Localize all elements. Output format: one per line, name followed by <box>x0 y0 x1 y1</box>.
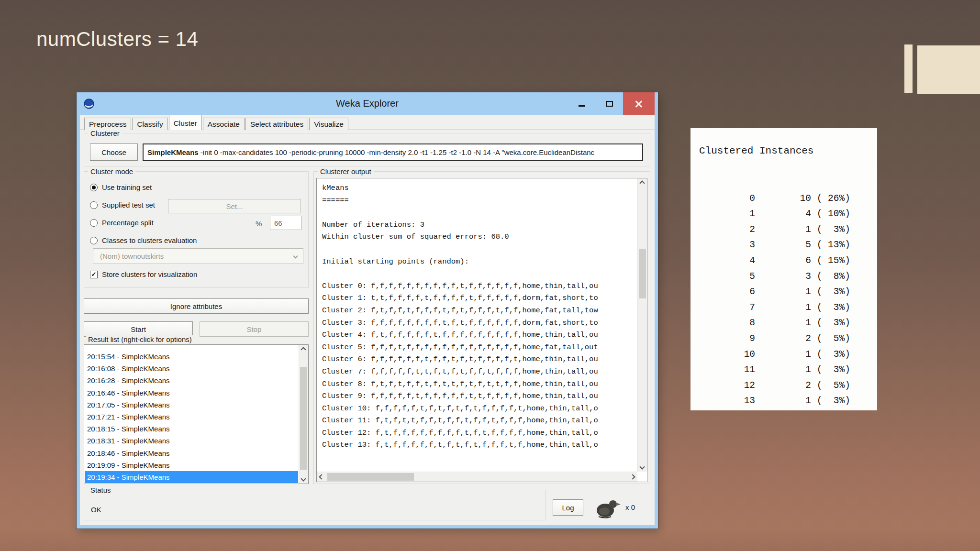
scroll-down-button[interactable] <box>637 462 647 472</box>
result-list-item[interactable]: 20:16:46 - SimpleKMeans <box>85 387 298 399</box>
cluster-tab-content: Clusterer Choose SimpleKMeans -init 0 -m… <box>80 130 655 525</box>
maximize-icon <box>606 101 613 107</box>
clusterer-options: -init 0 -max-candidates 100 -periodic-pr… <box>199 148 594 156</box>
percentage-split-option[interactable]: Percentage split <box>90 219 154 227</box>
result-list-item[interactable]: 20:18:46 - SimpleKMeans <box>85 447 298 459</box>
cluster-id: 2 <box>744 222 755 238</box>
tab[interactable]: Select attributes <box>245 118 308 130</box>
radio-icon <box>90 219 98 227</box>
cluster-count: 1 <box>755 347 811 363</box>
scrollbar-thumb[interactable] <box>639 249 646 298</box>
output-line: Cluster 5: f,f,f,t,f,f,f,f,f,f,f,f,f,f,f… <box>322 342 636 354</box>
tab[interactable]: Cluster <box>169 115 202 130</box>
scroll-up-button[interactable] <box>299 345 308 354</box>
scroll-up-icon <box>301 347 306 352</box>
output-line: Cluster 11: f,t,f,t,t,f,f,t,f,f,t,f,f,t,… <box>322 415 636 427</box>
cluster-id: 8 <box>744 315 755 331</box>
cluster-id: 1 <box>744 206 755 222</box>
class-attribute-dropdown[interactable]: (Nom) townoutskirts <box>93 248 303 264</box>
output-line: ====== <box>322 195 636 207</box>
tab[interactable]: Associate <box>203 118 245 130</box>
status-value: OK <box>91 506 101 514</box>
cluster-percent: ( 15%) <box>817 253 850 269</box>
cluster-id: 9 <box>744 331 755 347</box>
output-line: Cluster 10: f,f,f,f,f,t,f,t,f,t,f,t,f,f,… <box>322 403 636 415</box>
cluster-id: 5 <box>744 269 755 285</box>
start-button[interactable]: Start <box>84 321 193 337</box>
output-line: Cluster 12: f,t,f,f,f,f,f,f,f,f,t,f,t,f,… <box>322 427 636 440</box>
result-list-item[interactable]: 20:15:54 - SimpleKMeans <box>85 351 298 363</box>
scrollbar-thumb[interactable] <box>327 473 414 481</box>
output-line: Number of iterations: 3 <box>322 219 636 231</box>
close-icon <box>635 100 643 108</box>
cluster-id: 7 <box>744 300 755 316</box>
set-button[interactable]: Set... <box>168 199 301 213</box>
output-line: Cluster 0: f,f,f,f,f,f,f,f,f,f,t,f,f,f,f… <box>322 280 636 293</box>
clustered-instances-rows: 010( 26%) 14( 10%) 21( 3%) 35( 13%) 46( … <box>699 175 850 393</box>
tab[interactable]: Visualize <box>309 118 348 130</box>
clusterer-command-field[interactable]: SimpleKMeans -init 0 -max-candidates 100… <box>143 143 643 161</box>
result-list-item[interactable]: 20:17:21 - SimpleKMeans <box>85 411 298 423</box>
supplied-test-set-label: Supplied test set <box>102 201 155 209</box>
cluster-count: 1 <box>755 222 811 238</box>
cluster-percent: ( 3%) <box>817 222 850 238</box>
supplied-test-set-option[interactable]: Supplied test set <box>90 201 155 209</box>
minimize-button[interactable] <box>568 92 595 115</box>
store-clusters-option[interactable]: ✓ Store clusters for visualization <box>90 270 197 278</box>
result-list-item[interactable]: 20:17:05 - SimpleKMeans <box>85 399 298 411</box>
result-list-item[interactable]: 20:16:28 - SimpleKMeans <box>85 375 298 386</box>
ignore-attributes-button[interactable]: Ignore attributes <box>84 298 309 314</box>
output-line: Within cluster sum of squared errors: 68… <box>322 231 636 243</box>
clusterer-groupbox: Clusterer Choose SimpleKMeans -init 0 -m… <box>84 133 650 166</box>
cluster-percent: ( 3%) <box>817 393 850 409</box>
cluster-mode-groupbox: Cluster mode Use training set Supplied t… <box>84 171 309 288</box>
clusterer-output-legend: Clusterer output <box>318 167 374 176</box>
result-list-item[interactable]: 20:16:08 - SimpleKMeans <box>85 363 298 375</box>
chevron-down-icon <box>293 254 298 259</box>
clusterer-legend: Clusterer <box>88 129 122 137</box>
class-attribute-value: (Nom) townoutskirts <box>100 252 164 260</box>
scroll-down-button[interactable] <box>299 474 308 484</box>
slide-title: numClusters = 14 <box>36 28 198 51</box>
output-line <box>322 243 636 256</box>
cluster-percent: ( 3%) <box>817 362 850 378</box>
output-line: Cluster 9: f,f,f,f,f,t,f,f,f,f,f,t,t,f,f… <box>322 390 636 403</box>
clustered-instances-title: Clustered Instances <box>699 145 813 156</box>
minimize-icon <box>579 105 585 107</box>
tab[interactable]: Preprocess <box>84 118 131 130</box>
choose-button[interactable]: Choose <box>90 143 138 161</box>
output-horizontal-scrollbar[interactable] <box>317 472 637 482</box>
result-list-legend: Result list (right-click for options) <box>86 335 194 343</box>
output-vertical-scrollbar[interactable] <box>637 178 647 472</box>
tab[interactable]: Classify <box>132 118 167 130</box>
status-legend: Status <box>88 486 113 494</box>
result-list-item[interactable]: 20:19:34 - SimpleKMeans <box>85 471 298 483</box>
radio-icon <box>90 201 98 209</box>
cluster-id: 0 <box>744 191 755 207</box>
percent-value-field[interactable]: 66 <box>270 216 301 230</box>
result-list-item[interactable]: 20:19:09 - SimpleKMeans <box>85 459 298 471</box>
scroll-up-button[interactable] <box>637 178 647 188</box>
radio-selected-icon <box>90 184 98 191</box>
output-line: Cluster 13: f,t,f,f,f,f,f,t,f,t,f,t,f,f,… <box>322 439 636 452</box>
cluster-count: 1 <box>755 300 811 316</box>
scroll-left-button[interactable] <box>317 472 326 482</box>
scroll-right-button[interactable] <box>628 472 637 482</box>
classes-to-clusters-label: Classes to clusters evaluation <box>102 236 197 244</box>
use-training-set-option[interactable]: Use training set <box>90 183 152 191</box>
maximize-button[interactable] <box>595 92 623 115</box>
close-button[interactable] <box>623 92 655 115</box>
result-list-item[interactable]: 20:18:31 - SimpleKMeans <box>85 435 298 447</box>
clusterer-name: SimpleKMeans <box>147 148 199 156</box>
log-button[interactable]: Log <box>553 499 583 516</box>
cluster-count: 2 <box>755 378 811 394</box>
classes-to-clusters-option[interactable]: Classes to clusters evaluation <box>90 236 197 244</box>
result-list-scrollbar[interactable] <box>299 345 308 484</box>
result-list-item[interactable]: 20:18:15 - SimpleKMeans <box>85 423 298 435</box>
output-line: Cluster 6: f,f,f,f,f,f,t,f,f,t,f,t,f,f,f… <box>322 353 636 366</box>
scrollbar-thumb[interactable] <box>300 367 307 470</box>
cluster-percent: ( 3%) <box>817 315 850 331</box>
cluster-id: 10 <box>744 347 755 363</box>
stop-button[interactable]: Stop <box>200 321 309 337</box>
output-line: Initial starting points (random): <box>322 256 636 268</box>
